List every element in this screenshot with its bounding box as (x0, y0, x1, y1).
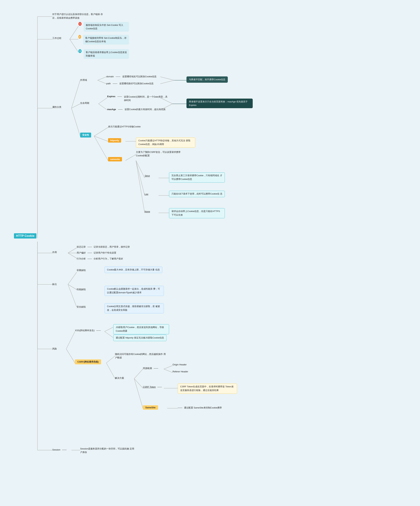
svg-line-4 (70, 26, 78, 39)
maxage-key: maxAge —— 设置Cookie的最大有效时间，超出则无效 (107, 108, 166, 111)
svg-line-28 (136, 160, 145, 195)
csrf-label: CSRF(跨站请求伪造) (75, 360, 101, 364)
svg-line-42 (68, 284, 77, 307)
svg-line-29 (136, 160, 145, 213)
quedian-item1-key: 性能缺陷 (77, 288, 86, 291)
secure-text: 表示只能通过HTTPS传输Cookie (108, 125, 141, 128)
svg-line-23 (94, 136, 108, 141)
step-3-text: 客户端后续请求都会带上Cookie信息发送到服务端 (84, 49, 129, 59)
lax-key: Lax (145, 193, 148, 195)
session-label: Session —— (52, 448, 68, 451)
zuoyong-label: 作用域 (80, 79, 87, 82)
svg-line-12 (97, 77, 106, 80)
shengming-label: 生命周期 (80, 101, 89, 105)
step-1-text: 服务端在响应头中的 Set-Cookie 写入Cookie信息 (84, 22, 129, 32)
svg-line-17 (98, 98, 107, 104)
svg-line-24 (94, 136, 108, 160)
quedian-label: 缺点 (52, 283, 57, 286)
csrf-token-desc: CSRF Token生成在页面中，在请求时携带该 Token发送至服务器进行校验… (178, 384, 237, 394)
fengxian-label: 风险 (52, 347, 57, 350)
strict-key: Strict (145, 174, 150, 177)
shuxing-label: 属性分类 (52, 106, 61, 109)
csrf-token-label: CSRF Token —— (143, 386, 163, 388)
svg-line-27 (136, 160, 145, 178)
svg-line-45 (66, 332, 75, 349)
referer-text: Referer Header (173, 370, 188, 373)
svg-line-9 (71, 80, 80, 108)
zuoyong-tooltip: 与两者不匹配，则不携带Cookie信息 (187, 76, 228, 83)
zuoyong2-item0: 状态记录 —— 记录当前状态，用户登录，操作记录 (77, 245, 130, 248)
origin-header: Origin Header (173, 363, 187, 366)
samesite-label: samesite (108, 157, 122, 161)
step-3: 3 客户端后续请求都会带上Cookie信息发送到服务端 (78, 49, 129, 59)
domain-text: domain (106, 75, 114, 78)
csrf-token-desc-text: CSRF Token生成在页面中，在请求时携带该 Token发送至服务器进行校验… (180, 385, 234, 392)
root-label: HTTP Cookie (16, 234, 34, 238)
svg-line-54 (164, 366, 173, 369)
svg-line-41 (68, 284, 77, 290)
samesite2-desc: —— 通过配置 SameSite来控制Cookie携带 (178, 406, 222, 409)
svg-line-47 (104, 327, 113, 332)
strict-desc: 完全禁止第三方请求携带Cookie，只有相同域名 才可以携带Cookie信息 (169, 172, 225, 182)
path-dash: —— (113, 82, 117, 85)
quedian-item2-key: 安全缺陷 (77, 305, 86, 308)
svg-line-15 (160, 80, 174, 84)
svg-line-48 (104, 332, 113, 338)
anquanxing-text: 安全性 (82, 134, 89, 136)
solution-label: 解决方案 (115, 377, 124, 380)
maxage-dash: —— (118, 108, 123, 111)
none-desc-text: 请求会自动带上Cookie信息，但是只能在HTTPS 下可以生效 (171, 210, 220, 216)
svg-line-40 (68, 272, 77, 284)
badge-3: 3 (78, 49, 82, 53)
svg-line-14 (160, 77, 174, 80)
samesite-desc: 主要为了预防CSRF攻击，可以设置请求携带 Cookie的配置 (136, 150, 185, 157)
maxage-text: maxAge (107, 108, 116, 111)
svg-line-50 (106, 363, 115, 379)
domain-key: domain —— 设置哪些域名可以附加Cookie信息 (106, 75, 156, 78)
svg-line-6 (70, 39, 78, 52)
secure-node: 表示只能通过HTTPS传输Cookie (108, 125, 141, 128)
svg-line-13 (97, 80, 106, 84)
csrf-token-text: CSRF Token (143, 386, 156, 388)
none-text: None (145, 210, 150, 213)
quedian-desc1: Cookie默认会跟随请求一起发出，造成性能浪 费；可以通过配置domain与p… (107, 287, 160, 294)
svg-line-51 (134, 369, 143, 379)
lax-text: Lax (145, 193, 148, 195)
step-2-text: 客户端接收到带有 Set-Cookie响应头，存储Cookie信息在本地 (83, 35, 129, 45)
strict-text: Strict (145, 174, 150, 177)
root-node: HTTP Cookie (14, 233, 36, 239)
mind-map: HTTP Cookie 对于用户进行认证以及保存部分信息，客户端保 存后，后续请… (3, 5, 417, 501)
quedian-item0-desc: Cookie最大4KB，且有存储上限，不可存储大量 信息 (104, 266, 162, 273)
expires-desc: 设置Cookie过期时间，是一个Date类型，具体时间 (124, 95, 169, 102)
quedian-desc2: Cookie以明文形式传递，很容易被非法获取，若 被篡改，会造成安全风险 (107, 305, 160, 311)
svg-line-35 (68, 248, 77, 253)
shengming-text: 生命周期 (80, 102, 89, 104)
quedian-text: 缺点 (52, 283, 57, 286)
domain-dash: —— (116, 75, 120, 78)
path-key: path —— 设置哪些路径可以附加Cookie信息 (106, 82, 154, 85)
xss-item0: JS获取用户Cookie，然后发送到其他网站，导致 Cookie泄露 (113, 324, 169, 334)
zuoyong2-label: 作用 (52, 251, 57, 254)
httponly-desc-text: Cookie只能通过HTTP协议传输，其他方式无法 获取Cookie信息，例如J… (138, 139, 190, 146)
svg-line-26 (125, 154, 136, 160)
quedian-key0: 容量缺陷 (77, 269, 86, 272)
quedian-key2: 安全缺陷 (77, 306, 86, 308)
svg-line-49 (106, 356, 115, 363)
samesite-desc-text: 主要为了预防CSRF攻击，可以设置请求携带 Cookie的配置 (136, 151, 181, 157)
svg-line-46 (66, 349, 75, 363)
zuoyong-text: 作用域 (80, 79, 87, 81)
svg-line-52 (134, 379, 143, 388)
intro-desc: 对于用户进行认证以及保存部分信息，客户端保 存后，后续请求就会携带该值 (52, 13, 106, 20)
solution-text: 解决方案 (115, 377, 124, 379)
httponly-text: httponly (110, 139, 119, 142)
xss-text: XSS(跨站脚本攻击) (75, 329, 95, 332)
httponly-label: httponly (108, 138, 121, 143)
zuoyong2-desc2: 分析用户行为，了解用户喜好 (94, 257, 123, 260)
svg-line-22 (94, 127, 108, 136)
shengming-tooltip-text: 两者都不设置表示只在当前页面有效；maxAge 优先级高于Expires (189, 100, 248, 107)
csrf-text: CSRF(跨站请求伪造) (77, 360, 99, 363)
samesite2-text: SameSite (145, 406, 156, 409)
samesite2-desc-text: 通过配置 SameSite来控制Cookie携带 (184, 406, 222, 409)
samesite2-label: SameSite (143, 405, 158, 410)
expires-dash: —— (117, 95, 122, 98)
